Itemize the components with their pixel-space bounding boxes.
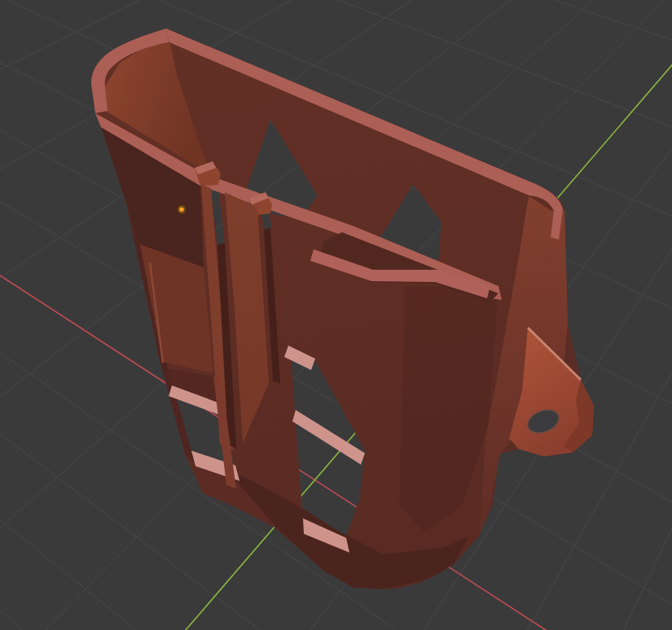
viewport-3d[interactable] xyxy=(0,0,672,630)
origin-dot[interactable] xyxy=(178,206,185,213)
viewport-canvas[interactable] xyxy=(0,0,672,630)
